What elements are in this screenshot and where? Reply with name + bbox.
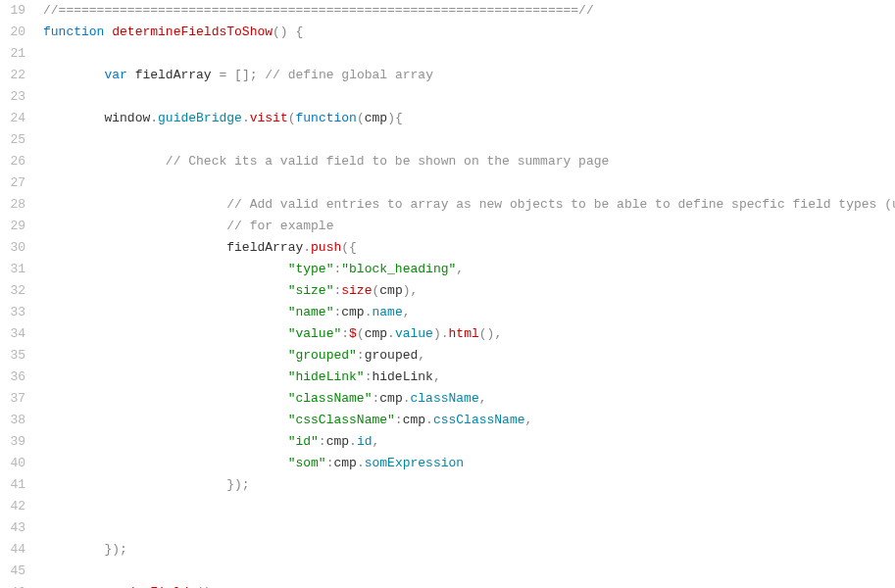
code-line[interactable] — [43, 517, 895, 539]
code-line[interactable]: "size":size(cmp), — [43, 280, 895, 302]
code-token: // for example — [226, 219, 333, 233]
code-token: className — [411, 391, 479, 406]
code-token: fieldArray — [226, 240, 303, 255]
line-number: 33 — [0, 302, 25, 323]
code-token: // define global array — [265, 68, 433, 82]
code-token: cmp — [341, 305, 364, 319]
code-line[interactable] — [43, 172, 895, 194]
code-token: : — [341, 326, 349, 341]
code-line[interactable]: }); — [43, 539, 895, 561]
code-token — [127, 68, 135, 82]
code-token: somExpression — [365, 456, 464, 470]
code-token: { — [295, 24, 303, 39]
line-number: 39 — [0, 431, 25, 453]
code-line[interactable]: function determineFieldsToShow() { — [43, 22, 895, 43]
line-number: 24 — [0, 108, 25, 129]
code-line[interactable]: // Check its a valid field to be shown o… — [43, 151, 895, 172]
line-number: 25 — [0, 129, 25, 151]
code-line[interactable]: //======================================… — [43, 0, 895, 22]
code-line[interactable]: "value":$(cmp.value).html(), — [43, 323, 895, 345]
code-token: // Check its a valid field to be shown o… — [166, 154, 609, 169]
code-area[interactable]: //======================================… — [35, 0, 895, 588]
code-line[interactable] — [43, 43, 895, 65]
code-token: "hideLink" — [288, 369, 365, 384]
code-line[interactable]: "name":cmp.name, — [43, 302, 895, 323]
line-number: 21 — [0, 43, 25, 65]
code-line[interactable]: var fieldArray = []; // define global ar… — [43, 65, 895, 86]
code-token: $ — [349, 326, 357, 341]
code-token: }); — [104, 542, 126, 557]
code-token: visit — [250, 111, 288, 125]
code-token: determineFieldsToShow — [112, 24, 273, 39]
code-token: id — [357, 434, 373, 449]
line-number: 43 — [0, 517, 25, 539]
code-line[interactable]: "hideLink":hideLink, — [43, 367, 895, 388]
code-token: //======================================… — [43, 3, 594, 18]
code-token: ) — [387, 111, 395, 125]
code-token: cmp — [379, 283, 402, 298]
line-number: 26 — [0, 151, 25, 172]
code-token: . — [403, 391, 411, 406]
code-token: { — [349, 240, 357, 255]
code-line[interactable]: // Add valid entries to array as new obj… — [43, 194, 895, 216]
code-token: cmp — [326, 434, 349, 449]
code-token: ( — [288, 111, 296, 125]
line-number: 44 — [0, 539, 25, 561]
line-number: 22 — [0, 65, 25, 86]
code-line[interactable]: "id":cmp.id, — [43, 431, 895, 453]
code-token: ) — [433, 326, 441, 341]
line-number: 46 — [0, 582, 25, 588]
line-number: 20 — [0, 22, 25, 43]
code-token: : — [395, 413, 403, 427]
code-token: size — [341, 283, 372, 298]
code-token: . — [387, 326, 395, 341]
code-line[interactable]: }); — [43, 474, 895, 496]
code-line[interactable] — [43, 561, 895, 582]
code-token — [43, 154, 166, 169]
code-token — [43, 391, 288, 406]
code-line[interactable] — [43, 496, 895, 517]
code-token — [43, 305, 288, 319]
code-token — [43, 197, 226, 212]
code-line[interactable]: "className":cmp.className, — [43, 388, 895, 410]
line-number: 45 — [0, 561, 25, 582]
code-token: guideBridge — [158, 111, 242, 125]
code-line[interactable] — [43, 129, 895, 151]
code-line[interactable]: fieldArray.push({ — [43, 237, 895, 259]
code-token: . — [242, 111, 250, 125]
code-line[interactable]: "cssClassName":cmp.cssClassName, — [43, 410, 895, 431]
code-line[interactable]: // for example — [43, 216, 895, 237]
code-token: , — [418, 348, 425, 363]
line-number: 28 — [0, 194, 25, 216]
code-token: "grouped" — [288, 348, 357, 363]
code-token: () — [479, 326, 495, 341]
code-token: cssClassName — [433, 413, 525, 427]
code-token: ( — [341, 240, 349, 255]
code-line[interactable]: "type":"block_heading", — [43, 259, 895, 280]
code-token — [43, 413, 288, 427]
code-token — [43, 262, 288, 276]
code-token: . — [150, 111, 158, 125]
code-line[interactable]: window.guideBridge.visit(function(cmp){ — [43, 108, 895, 129]
code-token — [43, 542, 104, 557]
code-token — [43, 348, 288, 363]
line-number: 38 — [0, 410, 25, 431]
code-token: }); — [226, 477, 249, 492]
code-token: "size" — [288, 283, 334, 298]
code-token: cmp — [365, 111, 387, 125]
code-token: "block_heading" — [341, 262, 456, 276]
code-line[interactable]: renderFields(); — [43, 582, 895, 588]
line-number: 35 — [0, 345, 25, 367]
code-editor[interactable]: 1920212223242526272829303132333435363738… — [0, 0, 895, 588]
code-line[interactable]: "grouped":grouped, — [43, 345, 895, 367]
code-token: var — [104, 68, 126, 82]
code-token — [43, 68, 104, 82]
code-token: , — [403, 305, 411, 319]
code-line[interactable]: "som":cmp.somExpression — [43, 453, 895, 474]
code-token: hideLink — [372, 369, 432, 384]
line-number: 42 — [0, 496, 25, 517]
code-token: function — [296, 111, 357, 125]
code-line[interactable] — [43, 86, 895, 108]
code-token — [43, 369, 288, 384]
code-token: window — [104, 111, 150, 125]
